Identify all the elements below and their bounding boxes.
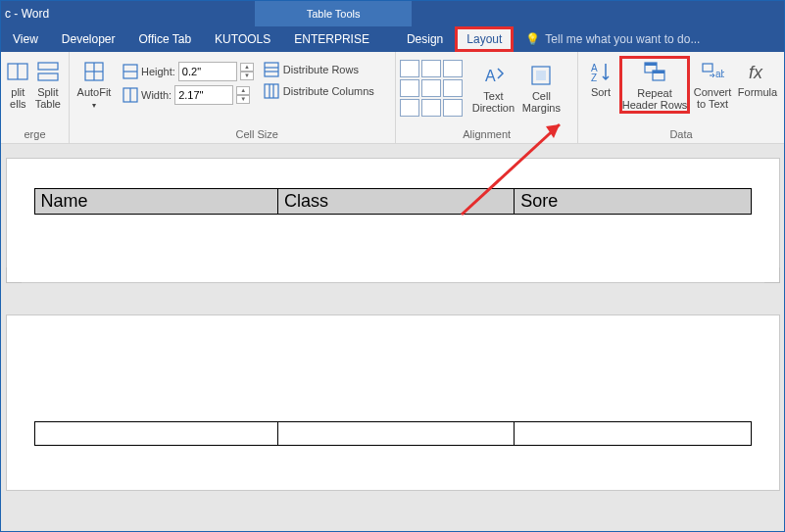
page-2[interactable] — [6, 314, 780, 491]
align-br[interactable] — [443, 99, 463, 117]
tab-office[interactable]: Office Tab — [127, 26, 204, 52]
sort-button[interactable]: AZ Sort — [582, 56, 619, 98]
height-icon — [123, 64, 138, 79]
svg-rect-25 — [653, 71, 664, 73]
table-row — [34, 422, 751, 446]
distribute-rows-button[interactable]: Distribute Rows — [264, 62, 374, 77]
app-title: c - Word — [1, 7, 49, 21]
ribbon-tabs: View Developer Office Tab KUTOOLS ENTERP… — [1, 26, 784, 52]
sort-icon: AZ — [589, 60, 613, 83]
split-cells-button[interactable]: plit ells — [5, 56, 31, 110]
tab-kutools[interactable]: KUTOOLS — [203, 26, 282, 52]
width-up[interactable]: ▲ — [236, 86, 250, 95]
autofit-button[interactable]: AutoFit▾ — [74, 56, 115, 112]
align-bc[interactable] — [421, 99, 441, 117]
table-header-class[interactable]: Class — [278, 189, 515, 215]
tell-me-placeholder: Tell me what you want to do... — [545, 32, 700, 46]
align-tl[interactable] — [400, 60, 419, 77]
cell-margins-button[interactable]: Cell Margins — [517, 60, 564, 114]
split-table-button[interactable]: Split Table — [31, 56, 65, 110]
align-mc[interactable] — [421, 79, 441, 97]
svg-rect-3 — [38, 73, 58, 80]
height-up[interactable]: ▲ — [240, 63, 254, 72]
split-cells-icon — [6, 60, 29, 83]
svg-rect-11 — [265, 63, 278, 76]
group-data: AZ Sort Repeat Header Rows ab Convert to… — [578, 52, 784, 144]
formula-button[interactable]: fx Formula — [735, 56, 780, 98]
align-tr[interactable] — [443, 60, 463, 77]
alignment-grid — [400, 60, 463, 117]
page-corner-br — [764, 267, 780, 283]
distribute-rows-icon — [264, 62, 279, 77]
svg-rect-2 — [38, 63, 58, 70]
distribute-columns-button[interactable]: Distribute Columns — [264, 83, 374, 99]
svg-rect-19 — [536, 71, 546, 80]
svg-rect-14 — [265, 84, 278, 98]
repeat-header-rows-button[interactable]: Repeat Header Rows — [619, 56, 690, 114]
svg-text:ab: ab — [715, 69, 724, 79]
page-corner-bl — [6, 267, 22, 283]
document-area: Name Class Sore — [1, 144, 784, 532]
svg-text:Z: Z — [591, 73, 597, 83]
autofit-icon — [82, 60, 106, 83]
width-down[interactable]: ▼ — [236, 95, 250, 104]
group-label-merge: erge — [1, 128, 69, 144]
svg-rect-26 — [703, 64, 712, 72]
ribbon: plit ells Split Table erge AutoFit▾ Heig… — [1, 52, 784, 144]
align-ml[interactable] — [400, 79, 419, 97]
table-tools-tab: Table Tools — [255, 1, 412, 26]
table-header-name[interactable]: Name — [34, 189, 278, 215]
tab-layout[interactable]: Layout — [455, 26, 514, 52]
svg-text:A: A — [485, 68, 496, 84]
text-direction-icon: A — [481, 64, 505, 87]
document-table-2[interactable] — [34, 421, 752, 446]
table-header-row: Name Class Sore — [34, 189, 751, 215]
align-tc[interactable] — [421, 60, 441, 77]
bulb-icon: 💡 — [525, 32, 540, 46]
group-alignment: A Text Direction Cell Margins Alignment — [396, 52, 578, 144]
group-label-data: Data — [578, 128, 784, 144]
convert-to-text-button[interactable]: ab Convert to Text — [690, 56, 735, 110]
col-width-control: Width: ▲▼ — [123, 85, 254, 105]
tab-view[interactable]: View — [1, 26, 50, 52]
group-cell-size: Height: ▲▼ Width: ▲▼ Distribute Rows — [119, 52, 396, 144]
width-input[interactable] — [174, 85, 233, 105]
row-height-control: Height: ▲▼ — [123, 62, 254, 81]
convert-icon: ab — [701, 60, 724, 83]
tab-developer[interactable]: Developer — [50, 26, 127, 52]
repeat-header-icon — [643, 61, 666, 84]
height-down[interactable]: ▼ — [240, 72, 254, 80]
document-table[interactable]: Name Class Sore — [34, 188, 752, 215]
dropdown-icon: ▾ — [92, 101, 96, 110]
align-mr[interactable] — [443, 79, 463, 97]
align-bl[interactable] — [400, 99, 419, 117]
page-1[interactable]: Name Class Sore — [6, 158, 780, 283]
svg-text:fx: fx — [749, 63, 763, 82]
table-header-sore[interactable]: Sore — [515, 189, 751, 215]
text-direction-button[interactable]: A Text Direction — [468, 60, 517, 114]
distribute-cols-icon — [264, 83, 279, 99]
group-label-cellsize: Cell Size — [119, 128, 395, 144]
height-input[interactable] — [178, 62, 237, 81]
width-icon — [123, 87, 138, 103]
split-table-icon — [36, 60, 60, 83]
group-merge: plit ells Split Table erge — [1, 52, 70, 144]
group-label-alignment: Alignment — [396, 128, 577, 144]
cell-margins-icon — [529, 64, 553, 87]
tab-design[interactable]: Design — [395, 26, 455, 52]
svg-rect-23 — [645, 63, 657, 66]
titlebar: c - Word Table Tools — [1, 1, 784, 26]
tell-me-box[interactable]: 💡 Tell me what you want to do... — [525, 32, 700, 46]
formula-icon: fx — [746, 60, 769, 83]
tab-enterprise[interactable]: ENTERPRISE — [282, 26, 381, 52]
autofit-wrap: AutoFit▾ — [70, 52, 119, 144]
